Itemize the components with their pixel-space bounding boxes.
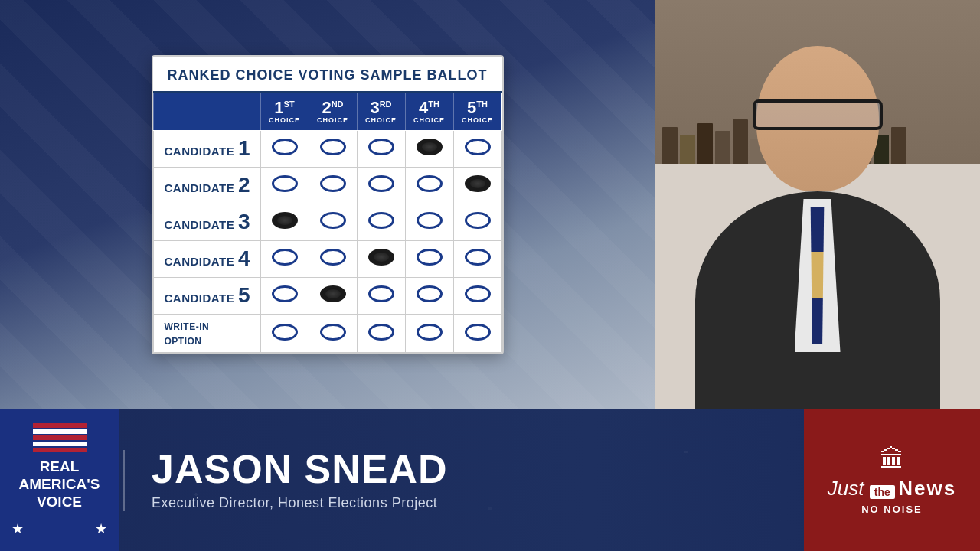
jtn-news: News [898, 477, 956, 500]
write-in: WRITE-INOPTION [153, 314, 260, 352]
oval-5-5 [453, 277, 501, 314]
candidate-2: CANDIDATE 2 [153, 167, 260, 204]
oval-3-1 [260, 204, 309, 240]
oval-2-5 [453, 167, 501, 204]
oval-3-4 [405, 204, 453, 240]
col-2nd: 2ND CHOICE [309, 93, 357, 130]
oval-5-2 [309, 277, 357, 314]
oval-2-3 [357, 167, 405, 204]
table-row: CANDIDATE 1 [153, 130, 501, 167]
candidate-1: CANDIDATE 1 [153, 130, 260, 167]
oval-5-1 [260, 277, 309, 314]
oval-1-1 [260, 130, 309, 167]
flag-red-1 [33, 423, 87, 428]
table-row: CANDIDATE 4 [153, 240, 501, 277]
name-separator [122, 450, 125, 511]
table-row: CANDIDATE 3 [153, 204, 501, 240]
dome-icon: 🏛 [880, 445, 904, 474]
oval-4-4 [405, 240, 453, 277]
left-panel: RANKED CHOICE VOTING SAMPLE BALLOT 1ST C… [0, 0, 655, 409]
oval-2-1 [260, 167, 309, 204]
oval-2-2 [309, 167, 357, 204]
oval-4-1 [260, 240, 309, 277]
oval-5-4 [405, 277, 453, 314]
jtn-text: Just the News [828, 477, 956, 500]
star-left-icon: ★ [11, 520, 24, 537]
person-body [695, 191, 940, 409]
ballot-title: RANKED CHOICE VOTING SAMPLE BALLOT [153, 57, 502, 93]
flag-white-2 [33, 442, 87, 446]
oval-w-3 [357, 314, 405, 352]
candidate-4: CANDIDATE 4 [153, 240, 260, 277]
col-5th: 5TH CHOICE [453, 93, 501, 130]
oval-w-5 [453, 314, 501, 352]
guest-info: JASON SNEAD Executive Director, Honest E… [129, 435, 804, 525]
jtn-just: Just [828, 477, 870, 500]
person-figure [655, 0, 980, 409]
ballot-header-row: 1ST CHOICE 2ND CHOICE 3RD CHOICE 4TH [153, 93, 501, 130]
star-right-icon: ★ [95, 520, 107, 537]
col-4th: 4TH CHOICE [405, 93, 453, 130]
right-panel [655, 0, 980, 409]
oval-4-5 [453, 240, 501, 277]
oval-w-2 [309, 314, 357, 352]
oval-w-1 [260, 314, 309, 352]
table-row: WRITE-INOPTION [153, 314, 501, 352]
oval-1-2 [309, 130, 357, 167]
jtn-tagline: NO NOISE [861, 504, 923, 515]
oval-3-5 [453, 204, 501, 240]
main-content: RANKED CHOICE VOTING SAMPLE BALLOT 1ST C… [0, 0, 980, 409]
lower-bar: REAL AMERICA'S VOICE ★ ★ JASON SNEAD Exe… [0, 409, 980, 551]
oval-1-3 [357, 130, 405, 167]
jtn-logo: 🏛 Just the News NO NOISE [804, 409, 980, 551]
rav-text: REAL AMERICA'S VOICE [19, 458, 100, 510]
oval-w-4 [405, 314, 453, 352]
oval-1-4 [405, 130, 453, 167]
flag-red-3 [33, 448, 87, 452]
table-row: CANDIDATE 2 [153, 167, 501, 204]
ballot-body: CANDIDATE 1 CANDIDATE 2 [153, 130, 501, 352]
guest-title: Executive Director, Honest Elections Pro… [152, 495, 781, 511]
rav-stars: ★ ★ [11, 520, 107, 537]
candidate-5: CANDIDATE 5 [153, 277, 260, 314]
oval-3-2 [309, 204, 357, 240]
candidate-header [153, 93, 260, 130]
oval-5-3 [357, 277, 405, 314]
flag-white-1 [33, 429, 87, 434]
flag-red-2 [33, 435, 87, 440]
oval-4-3 [357, 240, 405, 277]
rav-flag [33, 423, 87, 452]
oval-1-5 [453, 130, 501, 167]
table-row: CANDIDATE 5 [153, 277, 501, 314]
ballot-card: RANKED CHOICE VOTING SAMPLE BALLOT 1ST C… [152, 55, 504, 354]
col-1st: 1ST CHOICE [260, 93, 309, 130]
candidate-3: CANDIDATE 3 [153, 204, 260, 240]
person-glasses [753, 99, 883, 130]
oval-2-4 [405, 167, 453, 204]
oval-3-3 [357, 204, 405, 240]
rav-logo: REAL AMERICA'S VOICE ★ ★ [0, 409, 119, 551]
jtn-the: the [870, 485, 895, 499]
oval-4-2 [309, 240, 357, 277]
guest-name: JASON SNEAD [152, 449, 781, 489]
col-3rd: 3RD CHOICE [357, 93, 405, 130]
